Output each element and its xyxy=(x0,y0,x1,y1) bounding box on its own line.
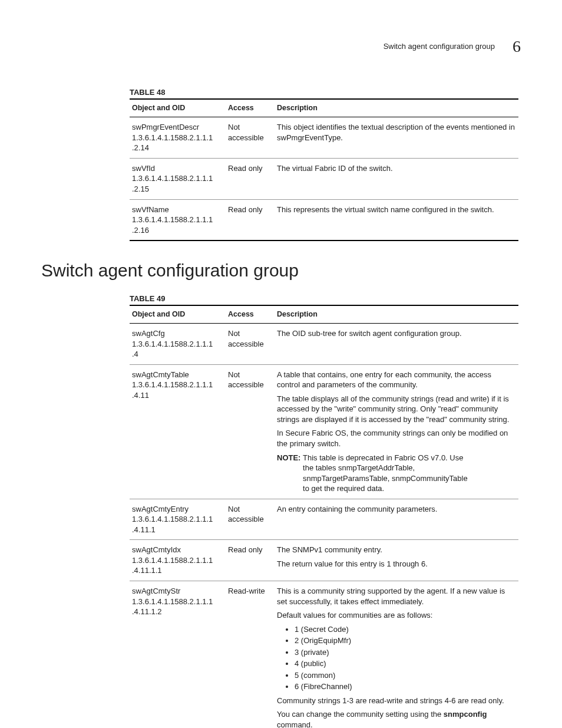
table-row: swAgtCmtyTable1.3.6.1.4.1.1588.2.1.1.1.4… xyxy=(130,364,518,499)
list-item: 6 (FibreChannel) xyxy=(295,681,516,692)
col-header-access: Access xyxy=(226,99,275,117)
object-oid: 1.3.6.1.4.1.1588.2.1.1.1.4.11.1 xyxy=(132,514,223,535)
col-header-access: Access xyxy=(226,305,275,323)
cell-description: An entry containing the community parame… xyxy=(275,499,518,540)
object-name: swVfId xyxy=(132,163,223,174)
note-text: This table is deprecated in Fabric OS v7… xyxy=(303,453,474,494)
table-row: swVfName1.3.6.1.4.1.1588.2.1.1.1.2.16Rea… xyxy=(130,199,518,241)
cell-access: Read-write xyxy=(226,581,275,729)
bullet-list: 1 (Secret Code)2 (OrigEquipMfr)3 (privat… xyxy=(277,624,516,692)
object-name: swAgtCfg xyxy=(132,328,223,339)
section-heading: Switch agent configuration group xyxy=(41,259,521,283)
cell-object: swAgtCmtyEntry1.3.6.1.4.1.1588.2.1.1.1.4… xyxy=(130,499,226,540)
table-row: swAgtCfg1.3.6.1.4.1.1588.2.1.1.1.4Not ac… xyxy=(130,324,518,365)
desc-paragraph: The table displays all of the community … xyxy=(277,394,516,425)
cell-object: swVfId1.3.6.1.4.1.1588.2.1.1.1.2.15 xyxy=(130,158,226,199)
cell-object: swAgtCfg1.3.6.1.4.1.1588.2.1.1.1.4 xyxy=(130,324,226,365)
table-row: swAgtCmtyEntry1.3.6.1.4.1.1588.2.1.1.1.4… xyxy=(130,499,518,540)
note-block: NOTE: This table is deprecated in Fabric… xyxy=(277,453,516,494)
table-row: swVfId1.3.6.1.4.1.1588.2.1.1.1.2.15Read … xyxy=(130,158,518,199)
cell-description: This is a community string supported by … xyxy=(275,581,518,729)
cell-access: Read only xyxy=(226,540,275,581)
desc-paragraph: Default values for communities are as fo… xyxy=(277,610,516,621)
cell-description: The SNMPv1 community entry.The return va… xyxy=(275,540,518,581)
desc-paragraph: This object identifies the textual descr… xyxy=(277,122,516,143)
list-item: 4 (public) xyxy=(295,658,516,669)
cell-object: swPmgrEventDescr1.3.6.1.4.1.1588.2.1.1.1… xyxy=(130,117,226,159)
bold-term: snmpconfig xyxy=(444,710,487,719)
cell-description: This represents the virtual switch name … xyxy=(275,199,518,241)
desc-paragraph: The virtual Fabric ID of the switch. xyxy=(277,163,516,174)
desc-paragraph: The OID sub-tree for switch agent config… xyxy=(277,328,516,339)
object-name: swVfName xyxy=(132,205,223,215)
desc-paragraph: This is a community string supported by … xyxy=(277,586,516,607)
page-header: Switch agent configuration group 6 xyxy=(41,35,521,58)
cell-access: Read only xyxy=(226,199,275,241)
cell-object: swAgtCmtyStr1.3.6.1.4.1.1588.2.1.1.1.4.1… xyxy=(130,581,226,729)
desc-paragraph: You can change the community setting usi… xyxy=(277,709,516,728)
desc-paragraph: This represents the virtual switch name … xyxy=(277,205,516,215)
table49: Object and OID Access Description swAgtC… xyxy=(130,305,518,728)
desc-paragraph: Community strings 1-3 are read-write and… xyxy=(277,696,516,706)
cell-description: A table that contains, one entry for eac… xyxy=(275,364,518,499)
object-name: swAgtCmtyEntry xyxy=(132,504,223,515)
table-row: swAgtCmtyIdx1.3.6.1.4.1.1588.2.1.1.1.4.1… xyxy=(130,540,518,581)
cell-description: The virtual Fabric ID of the switch. xyxy=(275,158,518,199)
col-header-object: Object and OID xyxy=(130,305,226,323)
cell-access: Read only xyxy=(226,158,275,199)
list-item: 1 (Secret Code) xyxy=(295,624,516,635)
table48-caption: TABLE 48 xyxy=(130,87,521,98)
cell-access: Not accessible xyxy=(226,117,275,159)
table49-caption: TABLE 49 xyxy=(130,294,521,304)
object-oid: 1.3.6.1.4.1.1588.2.1.1.1.4.11 xyxy=(132,380,223,400)
cell-description: The OID sub-tree for switch agent config… xyxy=(275,324,518,365)
list-item: 5 (common) xyxy=(295,670,516,681)
object-oid: 1.3.6.1.4.1.1588.2.1.1.1.4.11.1.1 xyxy=(132,555,223,576)
object-oid: 1.3.6.1.4.1.1588.2.1.1.1.4 xyxy=(132,339,223,360)
cell-access: Not accessible xyxy=(226,364,275,499)
desc-paragraph: An entry containing the community parame… xyxy=(277,504,516,515)
desc-paragraph: The return value for this entry is 1 thr… xyxy=(277,559,516,569)
chapter-number: 6 xyxy=(513,35,521,58)
desc-paragraph: The SNMPv1 community entry. xyxy=(277,545,516,555)
cell-object: swAgtCmtyIdx1.3.6.1.4.1.1588.2.1.1.1.4.1… xyxy=(130,540,226,581)
object-name: swAgtCmtyIdx xyxy=(132,545,223,555)
table-row: swPmgrEventDescr1.3.6.1.4.1.1588.2.1.1.1… xyxy=(130,117,518,159)
col-header-object: Object and OID xyxy=(130,99,226,117)
list-item: 2 (OrigEquipMfr) xyxy=(295,635,516,646)
col-header-description: Description xyxy=(275,99,518,117)
desc-paragraph: In Secure Fabric OS, the community strin… xyxy=(277,428,516,449)
list-item: 3 (private) xyxy=(295,647,516,658)
table48: Object and OID Access Description swPmgr… xyxy=(130,98,518,241)
desc-paragraph: A table that contains, one entry for eac… xyxy=(277,370,516,390)
note-label: NOTE: xyxy=(277,453,303,462)
cell-description: This object identifies the textual descr… xyxy=(275,117,518,159)
cell-access: Not accessible xyxy=(226,499,275,540)
object-oid: 1.3.6.1.4.1.1588.2.1.1.1.2.16 xyxy=(132,215,223,235)
object-oid: 1.3.6.1.4.1.1588.2.1.1.1.4.11.1.2 xyxy=(132,597,223,617)
header-title: Switch agent configuration group xyxy=(384,41,495,52)
object-name: swAgtCmtyStr xyxy=(132,586,223,597)
object-name: swPmgrEventDescr xyxy=(132,122,223,133)
col-header-description: Description xyxy=(275,305,518,323)
object-name: swAgtCmtyTable xyxy=(132,370,223,380)
cell-access: Not accessible xyxy=(226,324,275,365)
table-row: swAgtCmtyStr1.3.6.1.4.1.1588.2.1.1.1.4.1… xyxy=(130,581,518,729)
object-oid: 1.3.6.1.4.1.1588.2.1.1.1.2.15 xyxy=(132,173,223,194)
cell-object: swAgtCmtyTable1.3.6.1.4.1.1588.2.1.1.1.4… xyxy=(130,364,226,499)
cell-object: swVfName1.3.6.1.4.1.1588.2.1.1.1.2.16 xyxy=(130,199,226,241)
object-oid: 1.3.6.1.4.1.1588.2.1.1.1.2.14 xyxy=(132,133,223,153)
